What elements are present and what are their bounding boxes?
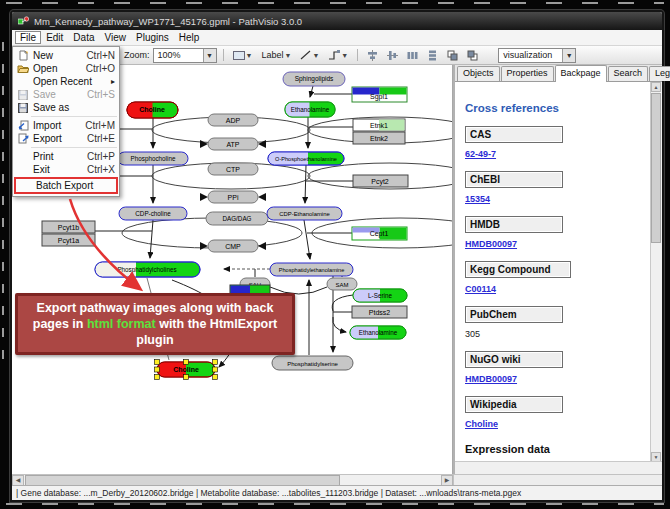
- svg-text:CTP: CTP: [226, 166, 240, 173]
- kegg-link[interactable]: C00114: [465, 284, 650, 294]
- sidebar-horizontal-scrollbar[interactable]: [455, 461, 662, 474]
- menu-data[interactable]: Data: [68, 31, 99, 44]
- node-phosphocholine[interactable]: Phosphocholine: [118, 152, 188, 165]
- node-etnk2[interactable]: Etnk2: [353, 132, 405, 144]
- file-menu-item-import[interactable]: Import Ctrl+M: [13, 119, 119, 132]
- node-o-phosphoethanolamine[interactable]: O-Phosphoethanolamine: [268, 152, 344, 165]
- svg-text:Etnk1: Etnk1: [370, 122, 388, 129]
- connector-tool-button[interactable]: ▼: [325, 48, 351, 62]
- annotation-callout: Export pathway images along with back pa…: [15, 293, 295, 355]
- node-cmp[interactable]: CMP: [208, 240, 258, 252]
- node-l-serine[interactable]: L-Serine: [353, 289, 407, 302]
- node-etnk1[interactable]: Etnk1: [353, 119, 405, 131]
- sidebar-tabs: Objects Properties Backpage Search Legen…: [455, 65, 662, 82]
- node-pcyt2[interactable]: Pcyt2: [353, 175, 408, 187]
- node-choline-selected[interactable]: Choline: [155, 360, 218, 380]
- node-phosphatidylcholines[interactable]: Phosphatidylcholines: [95, 262, 200, 277]
- scroll-up-icon[interactable]: ▲: [651, 82, 661, 92]
- chevron-down-icon[interactable]: ▼: [203, 49, 216, 62]
- file-menu-item-save-as[interactable]: Save as: [13, 101, 119, 114]
- node-phosphatidylethanolamine[interactable]: Phosphatidylethanolamine: [270, 263, 353, 276]
- svg-text:Pcyt1a: Pcyt1a: [58, 237, 80, 245]
- svg-text:SAM: SAM: [335, 282, 348, 288]
- node-cdp-choline[interactable]: CDP-choline: [119, 207, 187, 220]
- open-folder-icon: [16, 64, 30, 74]
- file-menu-item-open-recent[interactable]: Open Recent ▸: [13, 75, 119, 88]
- file-menu-item-batch-export[interactable]: Batch Export: [16, 179, 116, 192]
- node-cdp-ethanolamine[interactable]: CDP-Ethanolamine: [267, 207, 342, 220]
- node-atp[interactable]: ATP: [208, 138, 258, 150]
- save-as-floppy-icon: [16, 103, 30, 113]
- node-choline[interactable]: Choline: [127, 102, 179, 118]
- node-sphingolipids[interactable]: Sphingolipids: [283, 72, 345, 86]
- file-menu-item-open[interactable]: Open Ctrl+O: [13, 62, 119, 75]
- menu-help[interactable]: Help: [174, 31, 205, 44]
- film-perforation-bottom: [6, 503, 664, 505]
- svg-text:Choline: Choline: [139, 106, 165, 113]
- export-icon: [16, 133, 30, 144]
- tab-objects[interactable]: Objects: [457, 66, 500, 81]
- line-tool-button[interactable]: ▼: [297, 48, 322, 62]
- batch-export-highlight-box: Batch Export: [14, 177, 118, 194]
- app-icon: [18, 16, 29, 27]
- node-dag[interactable]: DAG/DAG: [206, 212, 268, 225]
- datanode-tool-button[interactable]: ▼: [230, 49, 256, 62]
- svg-text:Cept1: Cept1: [370, 230, 389, 238]
- bring-to-front-button[interactable]: [464, 48, 481, 63]
- file-menu-item-new[interactable]: New Ctrl+N: [13, 49, 119, 62]
- node-sam[interactable]: SAM: [327, 278, 357, 290]
- visualization-value: visualization: [503, 50, 562, 60]
- zoom-combobox[interactable]: 100% ▼: [153, 48, 217, 63]
- film-perforation-left: [2, 42, 4, 372]
- menu-file[interactable]: File: [15, 31, 41, 44]
- node-ptdss2[interactable]: Ptdss2: [352, 306, 407, 318]
- visualization-combobox[interactable]: visualization ▼: [498, 48, 576, 63]
- send-to-back-button[interactable]: [444, 48, 461, 63]
- node-ethanolamine[interactable]: Ethanolamine: [285, 102, 335, 117]
- node-adp[interactable]: ADP: [208, 114, 258, 126]
- nugo-link[interactable]: HMDB00097: [465, 374, 650, 384]
- align-horizontal-center-button[interactable]: [384, 48, 401, 63]
- section-header-nugo: NuGO wiki: [465, 351, 563, 368]
- node-ppi[interactable]: PPi: [208, 191, 258, 203]
- chebi-link[interactable]: 15354: [465, 194, 650, 204]
- sidebar-vertical-scrollbar[interactable]: ▲ ▼: [650, 82, 662, 462]
- file-menu-item-exit[interactable]: Exit Ctrl+X: [13, 163, 119, 176]
- svg-text:Phosphocholine: Phosphocholine: [131, 155, 176, 163]
- wikipedia-link[interactable]: Choline: [465, 419, 650, 429]
- file-menu-item-export[interactable]: Export Ctrl+E: [13, 132, 119, 145]
- cas-link[interactable]: 62-49-7: [465, 149, 650, 159]
- distribute-vertical-button[interactable]: [424, 48, 441, 63]
- node-sgpl1[interactable]: Sgpl1: [352, 87, 407, 102]
- hmdb-link[interactable]: HMDB00097: [465, 239, 650, 249]
- menu-edit[interactable]: Edit: [41, 31, 68, 44]
- node-pcyt1b[interactable]: Pcyt1b: [42, 221, 95, 233]
- node-phosphatidylserine[interactable]: Phosphatidylserine: [272, 356, 353, 370]
- tab-backpage[interactable]: Backpage: [555, 65, 607, 82]
- svg-text:CDP-Ethanolamine: CDP-Ethanolamine: [279, 211, 330, 217]
- svg-text:CMP: CMP: [225, 243, 241, 250]
- svg-text:Pcyt1b: Pcyt1b: [58, 224, 80, 232]
- section-header-kegg: Kegg Compound: [465, 261, 571, 278]
- node-pcyt1a[interactable]: Pcyt1a: [42, 234, 95, 246]
- file-menu-item-save[interactable]: Save Ctrl+S: [13, 88, 119, 101]
- label-tool-button[interactable]: Label▼: [258, 48, 294, 62]
- menu-plugins[interactable]: Plugins: [131, 31, 174, 44]
- scrollbar-thumb[interactable]: [651, 93, 661, 243]
- tab-legend[interactable]: Legend: [649, 66, 670, 81]
- distribute-horizontal-button[interactable]: [404, 48, 421, 63]
- align-vertical-center-button[interactable]: [364, 48, 381, 63]
- tab-properties[interactable]: Properties: [501, 66, 554, 81]
- chevron-down-icon[interactable]: ▼: [562, 49, 575, 62]
- title-bar[interactable]: Mm_Kennedy_pathway_WP1771_45176.gpml - P…: [12, 12, 662, 30]
- tab-search[interactable]: Search: [608, 66, 649, 81]
- node-ethanolamine-lower[interactable]: Ethanolamine: [350, 326, 406, 339]
- node-ctp[interactable]: CTP: [208, 163, 258, 175]
- node-cept1[interactable]: Cept1: [352, 227, 407, 240]
- menu-separator: [31, 116, 117, 117]
- menu-view[interactable]: View: [99, 31, 131, 44]
- file-menu-item-print[interactable]: Print Ctrl+P: [13, 150, 119, 163]
- svg-text:Choline: Choline: [173, 366, 199, 373]
- file-menu-popup: New Ctrl+N Open Ctrl+O Open Recent ▸ Sav…: [12, 46, 120, 197]
- save-floppy-icon: [16, 90, 30, 100]
